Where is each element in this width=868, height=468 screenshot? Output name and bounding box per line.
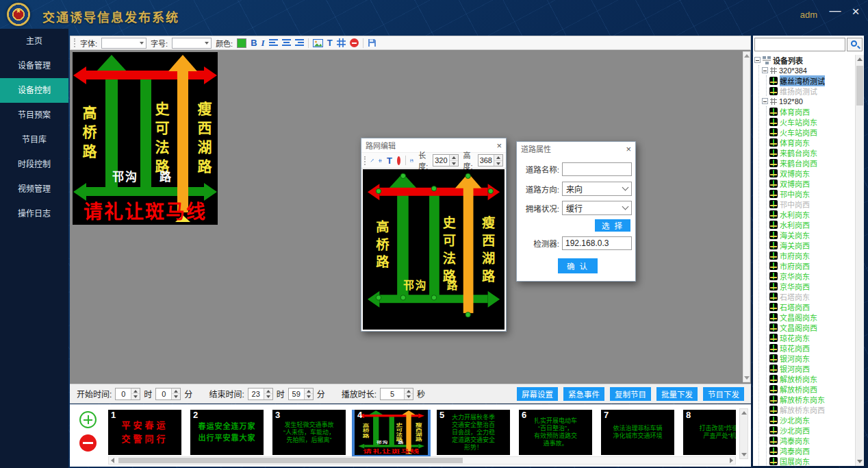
program-thumbnail-6[interactable]: 6扎实开展电动车“百日整治”，有效预防道路交通事故。 [519,410,592,455]
node-handle[interactable] [376,188,381,194]
device-item[interactable]: 石塔岗东 [769,291,854,301]
start-minute-stepper[interactable]: 0 [155,388,181,400]
device-item[interactable]: 解放桥岗西 [769,384,854,394]
sidebar-item-设备控制[interactable]: 设备控制 [0,78,68,103]
device-item[interactable]: 京华岗东 [769,271,854,281]
device-item[interactable]: 解放桥岗东 [769,373,854,384]
device-item[interactable]: 琼花岗东 [769,332,854,343]
roadnet-tool-icon[interactable] [337,38,346,47]
node-handle[interactable] [465,173,471,179]
device-item[interactable]: 国展岗东 [769,456,854,466]
tree-scrollbar[interactable] [855,55,864,466]
device-item[interactable]: 鸿泰岗东 [769,435,854,445]
program-thumbnail-3[interactable]: 3发生轻微交通事故“人未伤，车能动，先拍照，后撤离” [272,410,346,455]
device-item[interactable]: 解放桥东岗东 [769,394,854,404]
device-item[interactable]: 体育岗西 [769,106,854,116]
node-handle[interactable] [431,295,437,300]
action-节目下发[interactable]: 节目下发 [703,387,744,401]
device-item[interactable]: 银河岗西 [769,363,854,373]
start-hour-stepper[interactable]: 0 [115,388,140,400]
node-handle[interactable] [465,312,471,317]
device-item[interactable]: 市府岗东 [769,250,854,260]
program-thumbnail-7[interactable]: 7依法治理非标车辆净化城市交通环境 [601,410,674,455]
size-select[interactable] [172,38,212,49]
search-button[interactable] [847,38,863,51]
device-item[interactable]: 石塔岗西 [769,301,854,312]
text-tool-button[interactable]: T [327,38,333,47]
scrollbar-thumb[interactable] [118,458,463,463]
device-item[interactable]: 双博岗西 [769,178,854,188]
program-thumbnail-2[interactable]: 2春运安全连万家出行平安靠大家 [190,410,264,455]
device-item[interactable]: 邗中岗西 [769,199,854,209]
device-item[interactable]: 火车站岗东 [769,116,854,127]
node-handle[interactable] [488,188,494,194]
road-direction-select[interactable]: 来向 [562,182,632,196]
delete-tool-icon[interactable] [350,38,359,47]
device-item[interactable]: 海关岗西 [769,240,854,250]
sign-preview[interactable]: 高桥路史可法路瘦西湖路邗沟路请礼让斑马线 [73,52,218,225]
sidebar-item-节目库[interactable]: 节目库 [0,127,68,152]
design-canvas[interactable]: 高桥路史可法路瘦西湖路邗沟路请礼让斑马线 路网编辑 × T 长度: 3 [70,50,751,384]
sidebar-item-时段控制[interactable]: 时段控制 [0,152,68,177]
sidebar-item-设备管理[interactable]: 设备管理 [0,53,68,78]
device-item[interactable]: 沙北岗西 [769,425,854,435]
sidebar-item-主页[interactable]: 主页 [0,29,68,53]
scrollbar-thumb[interactable] [856,66,863,106]
action-批量下发[interactable]: 批量下发 [656,387,698,401]
action-复制节目[interactable]: 复制节目 [610,387,651,401]
add-program-button[interactable] [79,411,97,428]
device-item[interactable]: 海关岗东 [769,230,854,240]
height-stepper[interactable]: 368 [478,154,503,167]
node-handle[interactable] [431,186,437,191]
save-icon[interactable] [410,156,413,165]
save-icon[interactable] [368,38,376,47]
end-minute-stepper[interactable]: 59 [288,388,314,400]
device-item[interactable]: 银河岗东 [769,353,854,363]
node-handle[interactable] [400,173,406,179]
scroll-down-arrow[interactable] [857,460,863,463]
program-thumbnail-4[interactable]: 4高桥路史可法路瘦西湖路邗沟路请礼让斑马线 [355,410,428,455]
delete-tool-icon[interactable] [397,156,400,165]
scroll-up-arrow[interactable] [744,54,750,58]
road-name-input[interactable] [562,162,632,176]
roadnet-tool-icon[interactable] [379,156,382,165]
device-item[interactable]: 体育岗东 [769,137,854,147]
device-item[interactable]: 京华岗西 [769,281,854,291]
insert-image-icon[interactable] [313,39,323,47]
device-item[interactable]: 沙北岗东 [769,415,854,425]
align-center-icon[interactable] [282,39,291,47]
end-hour-stepper[interactable]: 23 [248,388,273,400]
device-search-input[interactable] [754,38,845,51]
device-item[interactable]: 螺丝湾桥测试 [769,75,854,86]
node-handle[interactable] [400,295,406,300]
device-item[interactable]: 文昌阁岗西 [769,322,854,332]
scroll-left-arrow[interactable] [111,458,114,463]
editor-canvas[interactable]: 高桥路史可法路瘦西湖路邗沟路 [363,169,505,330]
sidebar-item-节目预案[interactable]: 节目预案 [0,103,68,127]
device-item[interactable]: 来鹤台岗西 [769,158,854,168]
tree-group-192*80[interactable]: 192*80 [762,96,854,106]
detector-input[interactable] [562,236,632,250]
bold-button[interactable]: B [251,38,257,47]
device-item[interactable]: 来鹤台岗东 [769,147,854,158]
scroll-down-arrow[interactable] [744,376,750,380]
device-item[interactable]: 邗中岗东 [769,188,854,199]
node-handle[interactable] [376,295,381,300]
username-label[interactable]: adm [800,10,817,20]
device-item[interactable]: 水利岗西 [769,219,854,230]
confirm-button[interactable]: 确 认 [558,258,598,273]
italic-button[interactable]: I [261,38,265,47]
close-button[interactable]: × [847,4,864,19]
device-item[interactable]: 市府岗西 [769,260,854,271]
action-紧急事件[interactable]: 紧急事件 [563,387,604,401]
text-tool-button[interactable]: T [387,156,392,165]
line-tool-icon[interactable] [370,156,374,165]
device-item[interactable]: 琼花岗西 [769,343,854,353]
minimize-button[interactable]: — [827,4,843,18]
scroll-up-arrow[interactable] [857,58,863,61]
font-select[interactable] [101,38,146,49]
congestion-select[interactable]: 缓行 [562,201,632,215]
expander-icon[interactable] [754,57,761,63]
device-item[interactable]: 水利岗东 [769,209,854,219]
device-item[interactable]: 文昌阁岗东 [769,312,854,322]
